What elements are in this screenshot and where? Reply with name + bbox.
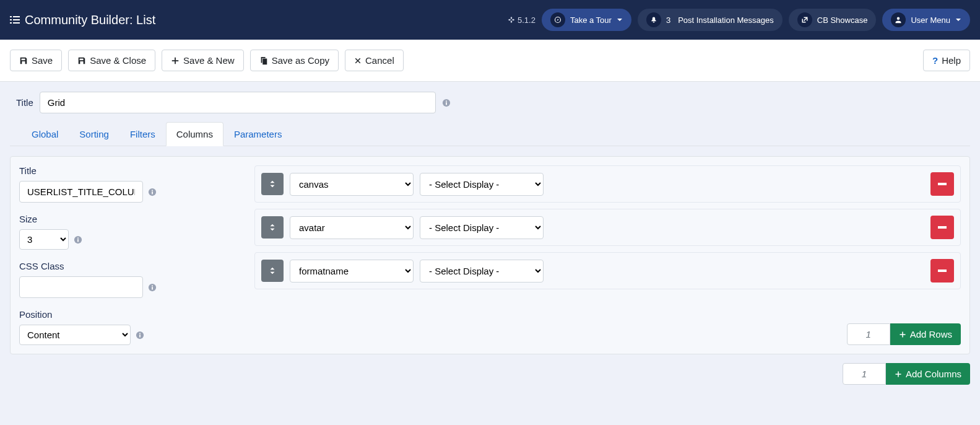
save-button[interactable]: Save: [10, 50, 62, 71]
column-settings: Title Size 3 CSS Class: [19, 165, 242, 345]
field-select[interactable]: canvas: [290, 173, 414, 196]
joomla-icon: [508, 16, 515, 24]
svg-rect-9: [446, 102, 447, 105]
help-button[interactable]: ? Help: [923, 50, 970, 71]
save-icon: [19, 56, 28, 65]
version-label: 5.1.2: [508, 15, 536, 25]
showcase-button[interactable]: CB Showcase: [789, 9, 877, 31]
svg-rect-3: [13, 19, 20, 20]
info-icon[interactable]: [442, 99, 451, 107]
add-rows-count-input[interactable]: [847, 323, 890, 345]
tab-parameters[interactable]: Parameters: [223, 122, 293, 146]
header-right: 5.1.2 Take a Tour 3 Post Installation Me…: [508, 9, 970, 31]
take-tour-button[interactable]: Take a Tour: [542, 9, 631, 31]
title-label: Title: [10, 97, 33, 108]
svg-rect-5: [13, 22, 20, 24]
plus-icon: [171, 56, 180, 65]
save-icon: [77, 56, 86, 65]
bell-icon: [646, 12, 661, 27]
display-select[interactable]: - Select Display -: [420, 216, 544, 239]
info-icon[interactable]: [136, 331, 144, 340]
user-menu-button[interactable]: User Menu: [882, 9, 970, 31]
drag-handle[interactable]: [261, 260, 284, 282]
field-row: formatname- Select Display -: [254, 252, 961, 289]
add-columns-count-input[interactable]: [843, 363, 886, 385]
field-rows: canvas- Select Display -avatar- Select D…: [254, 165, 961, 345]
save-close-button[interactable]: Save & Close: [68, 50, 155, 71]
cancel-button[interactable]: Cancel: [345, 50, 404, 71]
svg-rect-2: [10, 19, 12, 20]
svg-rect-10: [446, 100, 447, 102]
field-row: canvas- Select Display -: [254, 165, 961, 203]
svg-rect-16: [77, 237, 79, 239]
column-title-input[interactable]: [19, 181, 143, 203]
tab-sorting[interactable]: Sorting: [69, 122, 119, 146]
svg-point-7: [897, 17, 900, 20]
plus-icon: [895, 370, 902, 378]
svg-rect-4: [10, 22, 12, 24]
svg-rect-13: [152, 190, 153, 191]
field-select[interactable]: avatar: [290, 216, 414, 239]
user-icon: [891, 12, 906, 27]
display-select[interactable]: - Select Display -: [420, 260, 544, 283]
title-input[interactable]: [40, 92, 436, 113]
save-copy-button[interactable]: Save as Copy: [250, 50, 339, 71]
svg-rect-12: [152, 191, 153, 194]
notification-count: 3: [666, 15, 670, 25]
notifications-button[interactable]: 3 Post Installation Messages: [638, 9, 783, 31]
add-rows-button[interactable]: Add Rows: [890, 323, 961, 345]
svg-rect-1: [13, 16, 20, 17]
css-class-input[interactable]: [19, 276, 143, 298]
column-panel: Title Size 3 CSS Class: [10, 156, 970, 354]
svg-rect-24: [938, 226, 947, 229]
field-row: avatar- Select Display -: [254, 209, 961, 246]
remove-row-button[interactable]: [930, 216, 954, 239]
size-select[interactable]: 3: [19, 229, 69, 250]
svg-rect-15: [77, 239, 79, 242]
svg-rect-0: [10, 16, 12, 17]
copy-icon: [259, 56, 268, 65]
page-title: Community Builder: List: [10, 13, 155, 27]
content-area: Title Global Sorting Filters Columns Par…: [0, 82, 980, 400]
css-class-label: CSS Class: [19, 261, 242, 271]
close-icon: [354, 57, 362, 64]
drag-handle[interactable]: [261, 216, 284, 239]
chevron-down-icon: [955, 17, 961, 23]
field-select[interactable]: formatname: [290, 260, 414, 283]
svg-rect-25: [938, 269, 947, 272]
tab-bar: Global Sorting Filters Columns Parameter…: [10, 122, 970, 146]
remove-row-button[interactable]: [930, 259, 954, 283]
position-select[interactable]: Content: [19, 325, 131, 345]
tab-columns[interactable]: Columns: [166, 122, 223, 146]
plus-icon: [899, 331, 906, 338]
action-toolbar: Save Save & Close Save & New Save as Cop…: [0, 40, 980, 82]
svg-rect-23: [938, 183, 947, 185]
column-title-label: Title: [19, 165, 242, 176]
position-label: Position: [19, 309, 242, 320]
chevron-down-icon: [617, 17, 623, 23]
svg-rect-19: [152, 285, 153, 286]
question-icon: ?: [932, 55, 938, 66]
save-new-button[interactable]: Save & New: [162, 50, 244, 71]
add-columns-button[interactable]: Add Columns: [886, 363, 970, 385]
external-link-icon: [797, 12, 812, 27]
add-rows-bar: Add Rows: [254, 317, 961, 345]
add-columns-bar: Add Columns: [10, 363, 970, 385]
info-icon[interactable]: [74, 235, 82, 244]
svg-rect-22: [139, 333, 141, 334]
list-icon: [10, 15, 20, 25]
page-title-text: Community Builder: List: [25, 13, 155, 27]
size-label: Size: [19, 214, 242, 224]
info-icon[interactable]: [148, 283, 157, 292]
title-field-row: Title: [10, 92, 970, 113]
drag-handle[interactable]: [261, 173, 284, 195]
svg-rect-18: [152, 287, 153, 289]
info-icon[interactable]: [148, 188, 157, 196]
top-header: Community Builder: List 5.1.2 Take a Tou…: [0, 0, 980, 40]
remove-row-button[interactable]: [930, 172, 954, 196]
display-select[interactable]: - Select Display -: [420, 173, 544, 196]
compass-icon: [550, 12, 565, 27]
tab-global[interactable]: Global: [21, 122, 69, 146]
svg-rect-21: [139, 335, 141, 337]
tab-filters[interactable]: Filters: [119, 122, 166, 146]
